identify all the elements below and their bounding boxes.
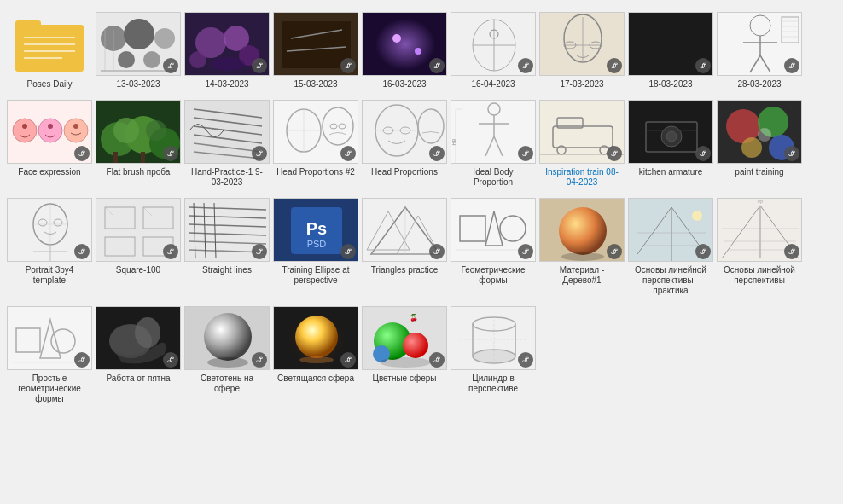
clip-badge-icon	[252, 58, 267, 73]
gallery-item-square-100[interactable]: Square-100	[96, 194, 181, 299]
thumbnail	[451, 198, 536, 262]
svg-point-55	[48, 124, 53, 129]
item-label: Poses Daily	[27, 79, 73, 90]
gallery-item-svety-sfera[interactable]: Светящаяся сфера	[273, 303, 358, 408]
gallery-container: Poses Daily 13-03-2023 14-03-2023	[0, 0, 843, 416]
thumbnail	[362, 198, 447, 262]
gallery-item-14-03-2023[interactable]: 14-03-2023	[184, 9, 270, 93]
gallery-item-hand-practice[interactable]: Hand-Practice-1 9-03-2023	[184, 96, 270, 191]
gallery-item-cvetnye-sfery[interactable]: 🍒 Цветные сферы	[362, 303, 447, 408]
item-label: Triangles practice	[371, 265, 439, 275]
item-label: Training Ellipse at perspective	[276, 265, 355, 286]
svg-point-7	[124, 19, 154, 49]
gallery-item-18-03-2023[interactable]: 18-03-2023	[628, 9, 713, 93]
gallery-item-tsilindr[interactable]: Цилиндр в перспективе	[451, 303, 536, 408]
item-label: 17-03-2023	[560, 79, 603, 90]
svg-point-183	[295, 316, 338, 358]
svg-point-179	[204, 313, 252, 361]
clip-badge-icon	[340, 146, 356, 161]
svg-point-24	[375, 19, 435, 70]
svg-point-51	[13, 119, 37, 142]
item-label: 13-03-2023	[116, 79, 160, 90]
item-label: Face expression	[18, 167, 80, 177]
svg-text:🍒: 🍒	[410, 313, 418, 322]
svg-point-56	[73, 124, 78, 129]
item-label: Основы линейной перспективы - практика	[631, 265, 710, 296]
item-label: Straight lines	[202, 265, 252, 275]
item-label: Основы линейной перспективы	[720, 265, 799, 286]
gallery-item-head-proportions[interactable]: Head Proportions	[362, 96, 447, 191]
clip-badge-icon	[163, 244, 178, 259]
clip-badge-icon	[163, 352, 178, 368]
gallery-item-paint-training[interactable]: paint training	[717, 96, 802, 191]
item-label: kitchen armature	[639, 167, 702, 177]
thumbnail	[184, 198, 270, 262]
clip-badge-icon	[695, 146, 711, 161]
clip-badge-icon	[74, 146, 90, 161]
item-label: Работа от пятна	[107, 374, 171, 384]
gallery-item-poses-daily[interactable]: Poses Daily	[7, 9, 92, 93]
item-label: 28-03-2023	[737, 79, 781, 90]
svg-point-25	[392, 34, 401, 43]
thumbnail	[184, 12, 270, 76]
gallery-item-28-03-2023[interactable]: 28-03-2023	[717, 9, 802, 93]
gallery-item-prostye-geom[interactable]: Простые геометрические формы	[7, 303, 92, 408]
gallery-item-15-03-2023[interactable]: 15-03-2023	[273, 9, 358, 93]
gallery-item-13-03-2023[interactable]: 13-03-2023	[96, 9, 181, 93]
thumbnail	[362, 100, 447, 164]
gallery-item-face-expression[interactable]: Face expression	[7, 96, 92, 191]
clip-badge-icon	[784, 58, 799, 73]
clip-badge-icon	[429, 244, 445, 259]
gallery-item-rabota-ot-pyatna[interactable]: Работа от пятна	[96, 303, 181, 408]
clip-badge-icon	[784, 146, 799, 161]
svg-point-61	[113, 118, 139, 143]
gallery-item-training-ellipse[interactable]: Ps PSD Training Ellipse at perspective	[273, 194, 358, 299]
item-label: 15-03-2023	[294, 79, 337, 90]
thumbnail	[628, 12, 713, 76]
thumbnail: VP	[717, 198, 802, 262]
clip-badge-icon	[74, 244, 90, 259]
item-label: Светотень на сфере	[188, 374, 266, 394]
thumbnail: 8H	[451, 100, 536, 164]
item-label: Head Proportions #2	[276, 167, 355, 177]
svg-rect-63	[113, 152, 118, 164]
clip-badge-icon	[252, 146, 267, 161]
svg-point-177	[135, 317, 160, 348]
item-label: paint training	[735, 167, 783, 177]
thumbnail	[7, 198, 92, 262]
gallery-item-material-derevo[interactable]: Материал - Дерево#1	[539, 194, 625, 299]
clip-badge-icon	[695, 58, 711, 73]
gallery-item-geometric-forms[interactable]: Геометрические формы	[451, 194, 536, 299]
gallery-item-portrait-3by4[interactable]: Portrait 3by4 template	[7, 194, 92, 299]
thumbnail	[96, 12, 181, 76]
thumbnail	[628, 198, 713, 262]
gallery-item-ideal-body[interactable]: 8H Ideal Body Proportion	[451, 96, 536, 191]
svg-point-184	[299, 356, 334, 363]
svg-point-18	[211, 57, 245, 71]
gallery-item-16-04-2023[interactable]: 16-04-2023	[451, 9, 536, 93]
item-label: 16-03-2023	[382, 79, 426, 90]
gallery-item-svetoten-sfera[interactable]: Светотень на сфере	[184, 303, 270, 408]
thumbnail	[451, 12, 536, 76]
gallery-item-flat-brush[interactable]: Flat brush проба	[96, 96, 181, 191]
clip-badge-icon	[695, 244, 711, 259]
gallery-item-kitchen-armature[interactable]: kitchen armature	[628, 96, 713, 191]
thumbnail	[717, 100, 802, 164]
gallery-item-head-proportions-2[interactable]: Head Proportions #2	[273, 96, 358, 191]
gallery-item-osnovy-lin-persp[interactable]: VP Основы линейной перспективы	[717, 194, 802, 299]
gallery-item-triangles-practice[interactable]: Triangles practice	[362, 194, 447, 299]
gallery-item-17-03-2023[interactable]: 17-03-2023	[539, 9, 625, 93]
thumbnail: Ps PSD	[273, 198, 358, 262]
clip-badge-icon	[607, 58, 622, 73]
svg-point-10	[143, 51, 160, 68]
svg-rect-1	[15, 20, 41, 31]
thumbnail	[451, 306, 536, 370]
gallery-item-straight-lines[interactable]: Straight lines	[184, 194, 270, 299]
gallery-item-osnovy-lin-persp-prak[interactable]: Основы линейной перспективы - практика	[628, 194, 713, 299]
gallery-item-16-03-2023[interactable]: 16-03-2023	[362, 9, 447, 93]
item-label: Геометрические формы	[454, 265, 532, 286]
clip-badge-icon	[163, 58, 178, 73]
thumbnail	[7, 306, 92, 370]
gallery-item-inspiration-train[interactable]: Inspiration train 08-04-2023	[539, 96, 625, 191]
thumbnail	[96, 306, 181, 370]
